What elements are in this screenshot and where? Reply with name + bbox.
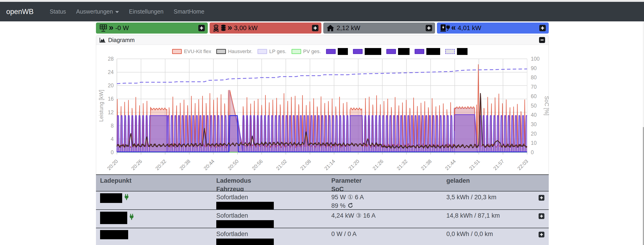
legend-item[interactable]: PV ges. bbox=[292, 48, 321, 54]
row-expand-button[interactable] bbox=[538, 213, 544, 219]
lademodus-value: Sofortladen bbox=[216, 230, 327, 238]
legend-label: PV ges. bbox=[303, 48, 321, 54]
svg-text:60: 60 bbox=[531, 93, 537, 99]
legend-label: Hausverbr. bbox=[228, 48, 252, 54]
svg-text:0: 0 bbox=[531, 149, 534, 155]
chargepoint-name-redacted bbox=[100, 230, 128, 239]
chart-area-icon bbox=[100, 37, 106, 43]
legend-item[interactable] bbox=[445, 48, 468, 55]
fahrzeug-redacted bbox=[216, 239, 274, 245]
legend-label: EVU-Kit flex bbox=[184, 48, 211, 54]
pv-power-value: -0 W bbox=[115, 24, 129, 32]
soc-refresh-icon[interactable] bbox=[348, 203, 354, 210]
legend-item[interactable]: Hausverbr. bbox=[216, 48, 252, 54]
legend-swatch bbox=[414, 49, 424, 54]
svg-text:SoC [%]: SoC [%] bbox=[544, 96, 549, 115]
chargepoint-expand-button[interactable] bbox=[539, 24, 546, 31]
legend-item[interactable]: LP ges. bbox=[258, 48, 286, 54]
row-expand-button[interactable] bbox=[538, 232, 544, 238]
svg-text:24: 24 bbox=[108, 69, 114, 75]
brand-openwb[interactable]: openWB bbox=[6, 7, 34, 16]
svg-text:40: 40 bbox=[531, 112, 537, 118]
nav-item-einstellungen[interactable]: Einstellungen bbox=[126, 8, 167, 15]
diagram-card: Diagramm EVU-Kit flexHausverbr.LP ges.PV… bbox=[96, 35, 549, 174]
transmission-tower-icon bbox=[213, 24, 219, 32]
nav-item-auswertungen[interactable]: Auswertungen bbox=[73, 8, 122, 15]
legend-label-redacted bbox=[457, 48, 468, 55]
house-expand-button[interactable] bbox=[426, 24, 432, 31]
svg-text:21:57: 21:57 bbox=[492, 158, 505, 172]
chart-legend: EVU-Kit flexHausverbr.LP ges.PV ges. bbox=[96, 48, 548, 55]
charged-value: 14,8 kWh / 87,1 km bbox=[446, 212, 549, 220]
svg-text:70: 70 bbox=[531, 84, 537, 90]
legend-label-redacted bbox=[426, 48, 440, 55]
legend-label-redacted bbox=[365, 48, 381, 55]
svg-text:21:32: 21:32 bbox=[396, 158, 409, 172]
flow-right-icon: » bbox=[109, 23, 113, 32]
legend-swatch bbox=[216, 49, 226, 54]
param-power: 95 W bbox=[331, 194, 346, 201]
nav-item-status[interactable]: Status bbox=[46, 8, 70, 15]
diagram-card-header[interactable]: Diagramm bbox=[96, 35, 548, 45]
nav-item-smarthome[interactable]: SmartHome bbox=[170, 8, 208, 15]
chargepoint-status-card[interactable]: « 4,01 kW bbox=[437, 22, 549, 33]
svg-text:50: 50 bbox=[531, 103, 537, 109]
plug-icon bbox=[124, 195, 129, 202]
col-lademodus: Lademodus bbox=[216, 177, 327, 185]
col-ladepunkt: Ladepunkt bbox=[100, 177, 212, 185]
soc-value: 89 % bbox=[331, 202, 346, 209]
charged-value: 0,0 kWh / 0,0 km bbox=[446, 230, 549, 238]
svg-text:30: 30 bbox=[531, 121, 537, 127]
param-power: 0 W / 0 A bbox=[331, 231, 357, 238]
status-cards-row: » -0 W » 3,00 kW 2,12 kW bbox=[96, 22, 549, 33]
chart-canvas: 20:2020:2620:3220:3820:4420:5020:5621:02… bbox=[96, 45, 549, 174]
power-soc-chart: EVU-Kit flexHausverbr.LP ges.PV ges. 20:… bbox=[96, 45, 548, 174]
pv-status-card[interactable]: » -0 W bbox=[96, 22, 208, 33]
legend-swatch bbox=[292, 49, 301, 54]
col-parameter: Parameter bbox=[331, 177, 442, 185]
legend-swatch bbox=[326, 49, 336, 54]
chargepoint-power-value: 4,01 kW bbox=[458, 24, 481, 32]
legend-label: LP ges. bbox=[269, 48, 286, 54]
flow-right-icon: » bbox=[228, 23, 232, 32]
diagram-title: Diagramm bbox=[108, 37, 134, 43]
legend-item[interactable]: EVU-Kit flex bbox=[172, 48, 211, 54]
house-status-card[interactable]: 2,12 kW bbox=[323, 22, 435, 33]
scrollbar-track[interactable] bbox=[643, 21, 644, 245]
svg-text:90: 90 bbox=[531, 65, 537, 71]
svg-text:10: 10 bbox=[531, 140, 537, 146]
grid-power-value: 3,00 kW bbox=[234, 24, 258, 32]
grid-expand-button[interactable] bbox=[312, 24, 319, 31]
svg-text:21:20: 21:20 bbox=[348, 158, 360, 172]
table-header-row: Ladepunkt LademodusFahrzeug ParameterSoC… bbox=[96, 174, 549, 191]
param-amps: 16 A bbox=[363, 212, 376, 219]
house-power-value: 2,12 kW bbox=[336, 24, 360, 32]
svg-text:20:50: 20:50 bbox=[227, 158, 240, 172]
svg-text:21:38: 21:38 bbox=[420, 158, 433, 172]
legend-item[interactable] bbox=[414, 48, 440, 55]
pv-expand-button[interactable] bbox=[198, 24, 205, 31]
row-expand-button[interactable] bbox=[538, 195, 544, 201]
grid-status-card[interactable]: » 3,00 kW bbox=[210, 22, 322, 33]
legend-item[interactable] bbox=[386, 48, 410, 55]
legend-item[interactable] bbox=[353, 48, 381, 55]
svg-text:20: 20 bbox=[531, 131, 537, 137]
solar-panel-icon bbox=[99, 24, 108, 32]
charging-station-icon bbox=[440, 24, 450, 32]
svg-text:12: 12 bbox=[108, 109, 114, 115]
table-row: Sofortladen 0 W / 0 A 0,0 kWh / 0,0 km bbox=[96, 228, 549, 245]
svg-text:16: 16 bbox=[108, 96, 114, 102]
charged-value: 3,5 kWh / 20,3 km bbox=[446, 193, 549, 201]
svg-text:4: 4 bbox=[111, 136, 114, 142]
col-geladen: geladen bbox=[446, 177, 549, 185]
legend-item[interactable] bbox=[326, 48, 348, 55]
legend-swatch bbox=[353, 49, 362, 54]
scrollbar-thumb[interactable] bbox=[643, 127, 644, 245]
svg-text:20:44: 20:44 bbox=[202, 158, 216, 172]
svg-text:20:38: 20:38 bbox=[178, 158, 192, 172]
lademodus-value: Sofortladen bbox=[216, 193, 327, 201]
svg-text:28: 28 bbox=[108, 56, 114, 62]
svg-text:8: 8 bbox=[111, 123, 114, 129]
diagram-collapse-button[interactable] bbox=[539, 37, 545, 43]
svg-text:20:56: 20:56 bbox=[251, 158, 264, 172]
